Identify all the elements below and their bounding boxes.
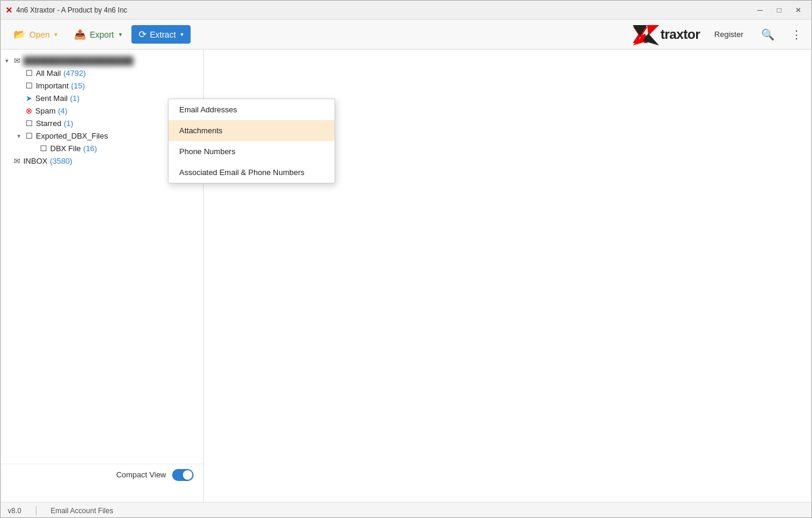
exported-dbx-label: Exported_DBX_Files — [36, 131, 108, 140]
folder-exported-icon: ☐ — [26, 131, 33, 140]
exported-dbx-arrow: ▾ — [17, 133, 26, 139]
toggle-knob — [183, 470, 192, 480]
extract-button[interactable]: ⟳ Extract ▾ — [131, 25, 191, 44]
status-bar: v8.0 Email Account Files — [1, 502, 811, 518]
file-type-text: Email Account Files — [51, 507, 114, 515]
extract-menu-attachments[interactable]: Attachments — [168, 120, 335, 141]
status-divider — [36, 506, 36, 516]
minimize-button[interactable]: ─ — [752, 4, 768, 17]
toolbar: 📂 Open ▾ 📤 Export ▾ ⟳ Extract ▾ X X — [1, 20, 811, 50]
inbox-icon: ✉ — [14, 157, 20, 165]
sidebar-item-all-mail[interactable]: ☐ All Mail (4792) — [1, 67, 203, 79]
folder-starred-icon: ☐ — [26, 119, 33, 128]
open-label: Open — [29, 30, 50, 39]
important-label: Important — [36, 81, 69, 90]
extract-menu-email-addresses[interactable]: Email Addresses — [168, 99, 335, 120]
mail-account-icon: ✉ — [14, 56, 20, 65]
main-area: ▾ ✉ ████████████████████ ☐ All Mail (479… — [1, 50, 811, 502]
register-button[interactable]: Register — [710, 27, 748, 41]
dbx-file-label: DBX File — [50, 144, 81, 153]
compact-view-label: Compact View — [116, 470, 166, 479]
window-title: 4n6 Xtraxtor - A Product by 4n6 Inc — [16, 6, 127, 14]
open-icon: 📂 — [14, 29, 26, 40]
app-icon: ✕ — [5, 5, 13, 15]
open-dropdown-icon[interactable]: ▾ — [54, 31, 57, 38]
window-controls: ─ □ ✕ — [752, 4, 807, 17]
sent-mail-count: (1) — [70, 94, 79, 103]
spam-label: Spam — [35, 106, 56, 115]
sent-mail-icon: ➤ — [26, 94, 32, 103]
title-bar: ✕ 4n6 Xtraxtor - A Product by 4n6 Inc ─ … — [1, 1, 811, 20]
app-logo: X X traxtor — [632, 23, 700, 47]
export-button[interactable]: 📤 Export ▾ — [67, 25, 128, 44]
logo-text: traxtor — [660, 27, 700, 42]
search-button[interactable]: 🔍 — [758, 26, 778, 44]
maximize-button[interactable]: □ — [771, 4, 788, 17]
version-text: v8.0 — [8, 507, 22, 515]
open-button[interactable]: 📂 Open ▾ — [7, 25, 65, 44]
close-button[interactable]: ✕ — [790, 4, 807, 17]
extract-dropdown-icon[interactable]: ▾ — [180, 31, 183, 38]
folder-icon: ☐ — [26, 69, 33, 78]
folder-icon-important: ☐ — [26, 81, 33, 90]
inbox-label: INBOX — [23, 157, 47, 165]
more-menu-button[interactable]: ⋮ — [788, 26, 805, 44]
export-icon: 📤 — [74, 29, 86, 40]
account-email: ████████████████████ — [23, 56, 133, 65]
inbox-count: (3580) — [50, 157, 72, 165]
tree-root-account[interactable]: ▾ ✉ ████████████████████ — [1, 54, 203, 67]
dbx-file-count: (16) — [83, 144, 97, 153]
tree-collapse-arrow: ▾ — [5, 57, 14, 64]
dbx-file-icon: ☐ — [40, 144, 47, 153]
spam-count: (4) — [58, 106, 68, 115]
starred-count: (1) — [64, 119, 73, 128]
spam-icon: ⊗ — [26, 106, 32, 115]
important-count: (15) — [71, 81, 85, 90]
compact-view-area: Compact View — [1, 464, 204, 485]
extract-menu-associated[interactable]: Associated Email & Phone Numbers — [168, 162, 335, 183]
sidebar-item-important[interactable]: ☐ Important (15) — [1, 79, 203, 92]
all-mail-count: (4792) — [63, 69, 86, 78]
starred-label: Starred — [36, 119, 62, 128]
compact-view-toggle[interactable] — [172, 469, 194, 481]
extract-label: Extract — [150, 30, 176, 39]
export-dropdown-icon[interactable]: ▾ — [119, 31, 122, 38]
extract-icon: ⟳ — [139, 29, 146, 40]
extract-dropdown-menu: Email Addresses Attachments Phone Number… — [168, 99, 335, 183]
sent-mail-label: Sent Mail — [35, 94, 68, 103]
extract-menu-phone-numbers[interactable]: Phone Numbers — [168, 141, 335, 162]
logo-icon: X X — [632, 23, 660, 47]
export-label: Export — [90, 30, 114, 39]
toolbar-right: X X traxtor Register 🔍 ⋮ — [632, 23, 805, 47]
all-mail-label: All Mail — [36, 69, 61, 78]
